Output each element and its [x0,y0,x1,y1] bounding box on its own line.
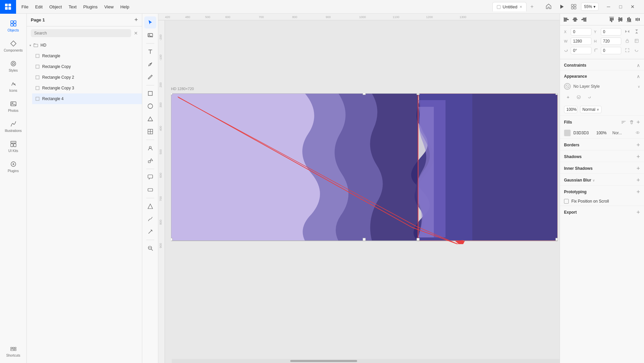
component-tool[interactable] [144,155,156,167]
menu-edit[interactable]: Edit [32,3,45,11]
line-tool[interactable] [144,213,156,225]
fills-delete-button[interactable] [628,119,635,126]
pencil-tool-2[interactable] [144,226,156,238]
hotspot-tool[interactable] [144,184,156,196]
comment-tool[interactable] [144,171,156,183]
rotate-90-icon[interactable] [633,47,640,54]
fills-add-button[interactable]: + [636,119,640,125]
close-button[interactable]: ✕ [628,2,637,11]
opacity-value[interactable]: 100% [564,106,577,113]
gaussian-blur-add-button[interactable]: + [636,177,640,183]
minimize-button[interactable]: ─ [604,2,613,11]
menu-view[interactable]: View [101,3,116,11]
fix-position-checkbox[interactable] [564,199,569,204]
text-tool[interactable] [144,46,156,58]
canvas-area[interactable]: 420 480 500 600 700 800 900 1000 1100 12… [158,14,560,363]
vector-tool[interactable] [144,200,156,212]
rotation-value[interactable]: 0° [571,47,591,54]
refresh-style-button[interactable] [585,93,593,101]
align-left-button[interactable] [563,16,570,23]
horizontal-scrollbar[interactable] [172,359,560,363]
sidebar-item-photos[interactable]: Photos [3,97,23,116]
layer-item-rect-copy-2[interactable]: Rectangle Copy 2 [32,72,142,83]
fill-color-swatch[interactable] [564,130,571,136]
sidebar-item-shortcuts[interactable]: Shortcuts [3,342,23,360]
expand-icon[interactable] [624,47,631,54]
menu-file[interactable]: File [19,3,31,11]
distribute-button[interactable] [634,16,641,23]
fill-blend-value[interactable]: Nor... [613,131,633,135]
shadows-add-button[interactable]: + [636,154,640,160]
constraints-toggle-icon[interactable]: ∧ [637,63,640,68]
borders-add-button[interactable]: + [636,142,640,148]
sidebar-item-plugins[interactable]: Plugins [3,157,23,176]
fill-visibility-icon[interactable] [635,130,640,136]
zoom-control[interactable]: 55% ▾ [581,3,598,11]
layer-item-rect-4[interactable]: Rectangle 4 [32,93,142,104]
align-middle-button[interactable] [617,16,624,23]
eye-icon[interactable] [134,96,139,101]
blend-mode-select[interactable]: Normal ∨ [580,106,601,113]
menu-object[interactable]: Object [47,3,65,11]
home-button[interactable] [543,2,554,12]
sidebar-item-objects[interactable]: Objects [3,16,23,35]
corner-value[interactable]: 0 [601,47,622,54]
h-value[interactable]: 720 [601,38,622,45]
ellipse-tool[interactable] [144,100,156,112]
fills-sort-button[interactable] [620,119,627,126]
fill-hex-value[interactable]: D3D3D3 [573,131,594,135]
rect-tool[interactable] [144,87,156,99]
sidebar-item-illustrations[interactable]: Illustrations [3,117,23,136]
flip-h-icon[interactable] [624,28,631,35]
image-tool[interactable] [144,29,156,41]
appearance-toggle-icon[interactable]: ∧ [637,74,640,79]
layer-item-rect-copy[interactable]: Rectangle Copy [32,61,142,72]
pencil-tool[interactable] [144,71,156,83]
add-page-button[interactable]: + [134,16,138,23]
w-value[interactable]: 1280 [571,38,591,45]
table-tool[interactable] [144,126,156,138]
align-top-button[interactable] [608,16,615,23]
menu-help[interactable]: Help [117,3,132,11]
sidebar-item-icons[interactable]: Icons [3,77,23,95]
sidebar-item-components[interactable]: Components [3,37,23,55]
flip-v-icon[interactable] [633,28,640,35]
maximize-button[interactable]: □ [616,2,625,11]
menu-plugins[interactable]: Plugins [81,3,100,11]
canvas-content[interactable]: HD 1280×720 [165,20,560,363]
prototyping-add-button[interactable]: + [636,189,640,195]
layer-item-rect-copy-3[interactable]: Rectangle Copy 3 [32,83,142,93]
align-bottom-button[interactable] [625,16,633,23]
align-right-button[interactable] [580,16,587,23]
app-logo[interactable] [0,0,16,14]
layer-item-hd[interactable]: ▾ HD [27,40,142,51]
layer-item-rectangle[interactable]: Rectangle [32,51,142,61]
gaussian-blur-chevron-icon[interactable]: ∨ [592,178,595,182]
avatar-tool[interactable] [144,142,156,154]
tab-untitled[interactable]: Untitled ✕ [492,2,527,11]
add-style-button[interactable]: + [564,93,572,101]
fill-opacity-value[interactable]: 100% [596,131,610,135]
sidebar-item-uikits[interactable]: UI Kits [3,137,23,156]
align-center-button[interactable] [571,16,579,23]
triangle-tool[interactable] [144,113,156,125]
search-input[interactable] [31,29,131,37]
tab-close-btn[interactable]: ✕ [519,5,522,9]
check-style-button[interactable] [575,93,583,101]
lock-ratio-icon[interactable] [624,38,631,44]
play-button[interactable] [557,2,566,11]
export-add-button[interactable]: + [636,209,640,215]
scrollbar-thumb[interactable] [290,360,357,362]
inner-shadows-add-button[interactable]: + [636,165,640,171]
search-close-icon[interactable]: ✕ [134,30,138,36]
lock-icon[interactable] [127,96,133,101]
zoom-out-tool[interactable] [144,242,156,254]
y-value[interactable]: 0 [601,28,622,35]
pen-tool[interactable] [144,58,156,70]
x-value[interactable]: 0 [571,28,591,35]
resize-icon[interactable] [633,38,640,44]
grid-view-button[interactable] [569,2,578,11]
select-tool[interactable] [144,16,156,28]
menu-text[interactable]: Text [66,3,79,11]
tab-add-btn[interactable]: + [528,2,536,11]
